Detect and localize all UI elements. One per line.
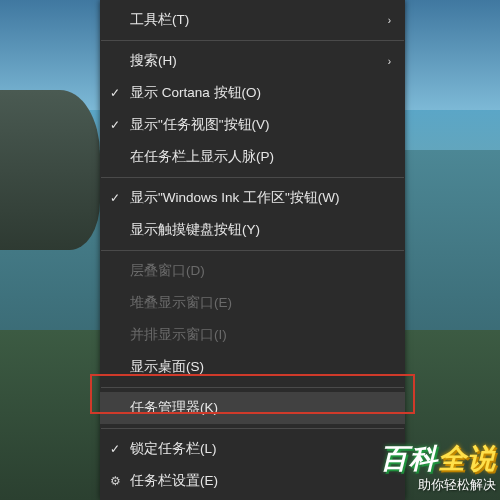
separator (101, 177, 404, 178)
watermark: 百科全说 助你轻松解决 (380, 440, 496, 494)
chevron-right-icon: › (377, 56, 391, 67)
menu-label: 任务栏设置(E) (130, 472, 391, 490)
check-icon (100, 86, 130, 100)
menu-label: 锁定任务栏(L) (130, 440, 391, 458)
menu-label: 并排显示窗口(I) (130, 326, 391, 344)
watermark-title: 百科全说 (380, 440, 496, 478)
separator (101, 387, 404, 388)
menu-label: 搜索(H) (130, 52, 377, 70)
watermark-text-b: 全说 (438, 443, 496, 474)
menu-item-show-windows-ink[interactable]: 显示"Windows Ink 工作区"按钮(W) (100, 182, 405, 214)
check-icon (100, 191, 130, 205)
menu-label: 显示触摸键盘按钮(Y) (130, 221, 391, 239)
taskbar-context-menu: 工具栏(T) › 搜索(H) › 显示 Cortana 按钮(O) 显示"任务视… (100, 0, 405, 500)
menu-item-show-cortana[interactable]: 显示 Cortana 按钮(O) (100, 77, 405, 109)
menu-item-cascade-windows: 层叠窗口(D) (100, 255, 405, 287)
menu-item-lock-taskbar[interactable]: 锁定任务栏(L) (100, 433, 405, 465)
menu-label: 工具栏(T) (130, 11, 377, 29)
menu-item-side-by-side: 并排显示窗口(I) (100, 319, 405, 351)
menu-label: 在任务栏上显示人脉(P) (130, 148, 391, 166)
menu-item-stack-windows: 堆叠显示窗口(E) (100, 287, 405, 319)
menu-label: 堆叠显示窗口(E) (130, 294, 391, 312)
menu-item-taskbar-settings[interactable]: 任务栏设置(E) (100, 465, 405, 497)
menu-item-search[interactable]: 搜索(H) › (100, 45, 405, 77)
menu-label: 层叠窗口(D) (130, 262, 391, 280)
separator (101, 40, 404, 41)
separator (101, 428, 404, 429)
check-icon (100, 442, 130, 456)
check-icon (100, 118, 130, 132)
menu-item-task-manager[interactable]: 任务管理器(K) (100, 392, 405, 424)
menu-item-show-people[interactable]: 在任务栏上显示人脉(P) (100, 141, 405, 173)
watermark-subtitle: 助你轻松解决 (380, 476, 496, 494)
menu-label: 显示桌面(S) (130, 358, 391, 376)
menu-label: 任务管理器(K) (130, 399, 391, 417)
menu-label: 显示"Windows Ink 工作区"按钮(W) (130, 189, 391, 207)
menu-label: 显示"任务视图"按钮(V) (130, 116, 391, 134)
gear-icon (100, 474, 130, 488)
watermark-text-a: 百科 (380, 443, 438, 474)
menu-item-show-desktop[interactable]: 显示桌面(S) (100, 351, 405, 383)
menu-label: 显示 Cortana 按钮(O) (130, 84, 391, 102)
menu-item-show-touch-keyboard[interactable]: 显示触摸键盘按钮(Y) (100, 214, 405, 246)
menu-item-show-taskview[interactable]: 显示"任务视图"按钮(V) (100, 109, 405, 141)
chevron-right-icon: › (377, 15, 391, 26)
separator (101, 250, 404, 251)
menu-item-toolbars[interactable]: 工具栏(T) › (100, 4, 405, 36)
